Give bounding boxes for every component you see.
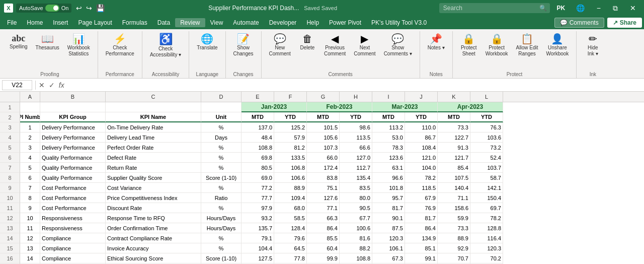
profile-avatar[interactable]: PK	[554, 1, 568, 15]
cell-kpi-group[interactable]: Quality Performance	[40, 173, 106, 183]
cell-mtd-jan[interactable]: 104.4	[242, 243, 274, 253]
cell-ytd-jan[interactable]: 57.9	[274, 133, 307, 143]
cell-unit[interactable]: Ratio	[201, 193, 242, 203]
cell-kpi-name[interactable]: On-Time Delivery Rate	[106, 122, 201, 133]
row-num-14[interactable]: 14	[0, 233, 20, 243]
cell-ytd-jan[interactable]: 128.4	[274, 223, 307, 233]
cell-feb-header[interactable]: Feb-2023	[307, 102, 372, 112]
cell-b2[interactable]: KPI Group	[40, 112, 106, 122]
menu-automate[interactable]: Automate	[228, 18, 264, 27]
cell-ytd-mar[interactable]: 104.0	[405, 163, 438, 173]
translate-button[interactable]: 🌐 Translate	[193, 31, 221, 53]
cell-c2[interactable]: KPI Name	[106, 112, 201, 122]
cell-kpi-group[interactable]: Delivery Performance	[40, 122, 106, 133]
cell-ytd-mar[interactable]: 81.7	[405, 213, 438, 223]
browser-extensions-button[interactable]: 🌐	[572, 0, 589, 16]
cell-ytd-apr[interactable]: 58.7	[470, 173, 503, 183]
cell-ytd-jan[interactable]: 81.2	[274, 143, 307, 153]
cell-kpi-num[interactable]: 6	[20, 173, 40, 183]
restore-button[interactable]: ⧉	[609, 0, 622, 16]
cell-ytd-mar[interactable]: 99.1	[405, 253, 438, 263]
cell-ytd-mar[interactable]: 85.1	[405, 243, 438, 253]
cell-ytd-mar[interactable]: 86.7	[405, 133, 438, 143]
thesaurus-button[interactable]: 📖 Thesaurus	[32, 31, 63, 53]
cancel-formula-icon[interactable]: ✕	[39, 81, 45, 89]
cell-mtd-feb[interactable]: 66.3	[307, 213, 340, 223]
cell-mtd-jan[interactable]: 135.7	[242, 223, 274, 233]
cell-mtd-apr[interactable]: 73.3	[438, 122, 470, 133]
cell-kpi-num[interactable]: 12	[20, 233, 40, 243]
cell-mtd-mar[interactable]: 101.8	[372, 183, 405, 193]
cell-mtd-apr[interactable]: 71.1	[438, 193, 470, 203]
cell-mtd-feb[interactable]: 105.6	[307, 133, 340, 143]
cell-mtd-feb[interactable]: 107.3	[307, 143, 340, 153]
cell-mtd-mar[interactable]: 63.1	[372, 163, 405, 173]
col-header-l[interactable]: L	[470, 92, 503, 102]
autosave-toggle-switch[interactable]	[45, 5, 59, 12]
cell-ytd-jan[interactable]: 68.0	[274, 203, 307, 213]
col-header-h[interactable]: H	[340, 92, 372, 102]
cell-mtd-feb[interactable]: 77.1	[307, 203, 340, 213]
formula-input[interactable]	[66, 81, 642, 90]
menu-data[interactable]: Data	[152, 18, 175, 27]
cell-mar-header[interactable]: Mar-2023	[372, 102, 438, 112]
hide-ink-button[interactable]: ✏ HideInk ▾	[581, 31, 605, 59]
row-num-11[interactable]: 11	[0, 203, 20, 213]
show-changes-button[interactable]: 📝 ShowChanges	[230, 31, 257, 59]
cell-ytd-feb[interactable]: 108.8	[340, 253, 372, 263]
cell-kpi-name[interactable]: Delivery Lead Time	[106, 133, 201, 143]
cell-ytd-apr[interactable]: 128.8	[470, 223, 503, 233]
check-accessibility-button[interactable]: ♿ CheckAccessibility ▾	[146, 31, 185, 60]
col-header-f[interactable]: F	[274, 92, 307, 102]
cell-mtd-mar[interactable]: 53.0	[372, 133, 405, 143]
cell-unit[interactable]: Score (1-10)	[201, 173, 242, 183]
cell-kpi-group[interactable]: Cost Performance	[40, 193, 106, 203]
check-performance-button[interactable]: ⚡ CheckPerformance	[102, 31, 138, 59]
close-button[interactable]: ✕	[626, 0, 640, 16]
protect-sheet-button[interactable]: 🔒 ProtectSheet	[457, 31, 481, 59]
cell-mtd-mar[interactable]: 95.7	[372, 193, 405, 203]
row-num-3[interactable]: 3	[0, 122, 20, 133]
cell-ytd-feb[interactable]: 88.2	[340, 243, 372, 253]
cell-ytd-jan[interactable]: 106.6	[274, 173, 307, 183]
cell-ytd-mar[interactable]: 110.0	[405, 122, 438, 133]
menu-insert[interactable]: Insert	[48, 18, 73, 27]
cell-unit[interactable]: %	[201, 203, 242, 213]
cell-kpi-num[interactable]: 7	[20, 183, 40, 193]
cell-kpi-name[interactable]: Ethical Sourcing Score	[106, 253, 201, 263]
cell-a1[interactable]	[20, 102, 40, 112]
cell-e2[interactable]: MTD	[242, 112, 274, 122]
autosave-toggle[interactable]: AutoSave On	[16, 4, 71, 13]
cell-kpi-group[interactable]: Compliance	[40, 253, 106, 263]
cell-k2[interactable]: MTD	[438, 112, 470, 122]
cell-ytd-jan[interactable]: 58.5	[274, 213, 307, 223]
cell-kpi-name[interactable]: Contract Compliance Rate	[106, 233, 201, 243]
col-header-d[interactable]: D	[201, 92, 242, 102]
cell-f2[interactable]: YTD	[274, 112, 307, 122]
cell-unit[interactable]: Score (1-10)	[201, 253, 242, 263]
new-comment-button[interactable]: 💬 NewComment	[266, 31, 294, 59]
col-header-e[interactable]: E	[242, 92, 274, 102]
next-comment-button[interactable]: ▶ NextComment	[350, 31, 379, 59]
cell-kpi-group[interactable]: Delivery Performance	[40, 143, 106, 153]
menu-developer[interactable]: Developer	[264, 18, 302, 27]
cell-ytd-apr[interactable]: 103.7	[470, 163, 503, 173]
cell-mtd-feb[interactable]: 83.8	[307, 173, 340, 183]
cell-mtd-jan[interactable]: 48.4	[242, 133, 274, 143]
cell-kpi-group[interactable]: Quality Performance	[40, 153, 106, 163]
cell-kpi-name[interactable]: Return Rate	[106, 163, 201, 173]
cell-mtd-jan[interactable]: 137.0	[242, 122, 274, 133]
search-input[interactable]	[439, 3, 550, 13]
cell-ytd-jan[interactable]: 133.5	[274, 153, 307, 163]
cell-mtd-feb[interactable]: 101.5	[307, 122, 340, 133]
cell-ytd-jan[interactable]: 106.8	[274, 163, 307, 173]
cell-kpi-group[interactable]: Responsiveness	[40, 223, 106, 233]
cell-unit[interactable]: %	[201, 243, 242, 253]
cell-ytd-apr[interactable]: 76.3	[470, 122, 503, 133]
cell-mtd-apr[interactable]: 121.7	[438, 153, 470, 163]
col-header-j[interactable]: J	[405, 92, 438, 102]
workbook-stats-button[interactable]: 📊 WorkbookStatistics	[64, 31, 94, 59]
cell-mtd-apr[interactable]: 91.3	[438, 143, 470, 153]
delete-comment-button[interactable]: 🗑 Delete	[295, 31, 319, 53]
cell-kpi-num[interactable]: 11	[20, 223, 40, 233]
